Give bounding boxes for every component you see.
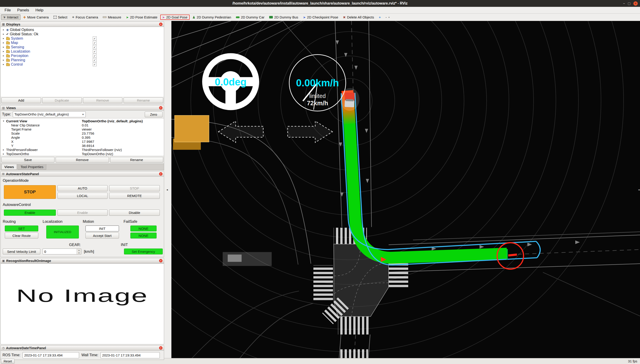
zero-button[interactable]: Zero bbox=[145, 112, 163, 117]
tool-2d-pose-estimate[interactable]: ➤ 2D Pose Estimate bbox=[124, 14, 160, 20]
collapse-right-icon[interactable]: ◂ bbox=[638, 188, 639, 191]
menu-help[interactable]: Help bbox=[32, 7, 47, 13]
tool-select[interactable]: Select bbox=[52, 14, 70, 20]
expander-icon[interactable]: ▸ bbox=[2, 28, 5, 31]
enable-disabled-button[interactable]: Enable bbox=[58, 210, 108, 216]
tab-tool-properties[interactable]: Tool Properties bbox=[18, 164, 46, 170]
display-row-localization[interactable]: ▸ Localization ✓ bbox=[1, 49, 164, 54]
recognition-close-icon[interactable]: ✕ bbox=[159, 259, 163, 262]
visibility-checkbox[interactable]: ✓ bbox=[93, 58, 97, 62]
rename-display-button[interactable]: Rename bbox=[124, 98, 163, 103]
ros-time-field[interactable] bbox=[23, 352, 79, 358]
tool-interact[interactable]: ➤ Interact bbox=[1, 14, 21, 20]
recognition-panel-titlebar[interactable]: ▣ RecognitionResultOnImage ✕ bbox=[1, 258, 164, 263]
visibility-checkbox[interactable]: ✓ bbox=[93, 62, 97, 66]
datetime-close-icon[interactable]: ✕ bbox=[159, 346, 163, 350]
expander-icon[interactable]: ▸ bbox=[2, 50, 5, 53]
stop-button[interactable]: STOP bbox=[4, 185, 56, 199]
accept-start-button[interactable]: Accept Start bbox=[86, 232, 119, 238]
velocity-limit-input[interactable] bbox=[43, 249, 77, 254]
display-row-system[interactable]: ▸ System ✓ bbox=[1, 36, 164, 40]
tool-2d-checkpoint-pose[interactable]: ➤ 2D Checkpoint Pose bbox=[301, 14, 340, 20]
views-close-icon[interactable]: ✕ bbox=[159, 106, 163, 110]
expander-icon[interactable]: ▸ bbox=[2, 37, 5, 40]
display-row-map[interactable]: ▸ Map ✓ bbox=[1, 40, 164, 45]
tool-2d-dummy-pedestrian[interactable]: ♟ 2D Dummy Pedestrian bbox=[190, 14, 233, 20]
add-tool-button[interactable]: + bbox=[377, 14, 383, 20]
state-panel-titlebar[interactable]: ⊞ AutowareStatePanel ✕ bbox=[1, 172, 164, 176]
menu-file[interactable]: File bbox=[1, 7, 14, 13]
tool-2d-goal-pose[interactable]: ➤ 2D Goal Pose bbox=[160, 14, 190, 20]
tab-views[interactable]: Views bbox=[1, 164, 17, 170]
velocity-limit-spinner[interactable]: ▴ ▾ bbox=[43, 248, 81, 254]
view-row-current[interactable]: ▾Current View TopDownOrtho (rviz_default… bbox=[1, 119, 164, 123]
add-display-button[interactable]: Add bbox=[1, 98, 41, 103]
clear-route-button[interactable]: Clear Route bbox=[5, 232, 38, 238]
remote-button[interactable]: REMOTE bbox=[109, 193, 160, 199]
tool-2d-dummy-bus[interactable]: 2D Dummy Bus bbox=[267, 14, 300, 20]
save-view-button[interactable]: Save bbox=[1, 157, 55, 163]
view-property-row[interactable]: Near Clip Distance 0.01 bbox=[1, 123, 164, 127]
view-row-thirdperson[interactable]: ▸ThirdPersonFollower ThirdPersonFollower… bbox=[1, 148, 164, 152]
expander-icon[interactable]: ▸ bbox=[2, 63, 5, 66]
rename-view-button[interactable]: Rename bbox=[110, 157, 163, 163]
enable-button[interactable]: Enable bbox=[4, 210, 56, 216]
view-row-topdownortho[interactable]: ▸TopDownOrtho TopDownOrtho (rviz) bbox=[1, 152, 164, 156]
display-row-perception[interactable]: ▸ Perception ✓ bbox=[1, 54, 164, 58]
visibility-checkbox[interactable]: ✓ bbox=[93, 45, 97, 49]
view-property-row[interactable]: Target Frame viewer bbox=[1, 127, 164, 131]
wall-time-field[interactable] bbox=[101, 352, 160, 358]
visibility-checkbox[interactable]: ✓ bbox=[93, 36, 97, 40]
expander-icon[interactable]: ▾ bbox=[2, 120, 5, 122]
local-button[interactable]: LOCAL bbox=[58, 193, 108, 199]
visibility-checkbox[interactable]: ✓ bbox=[93, 41, 97, 45]
tool-focus-camera[interactable]: ⌖ Focus Camera bbox=[70, 14, 100, 20]
display-row-global-status[interactable]: ▸ ✔ Global Status: Ok bbox=[1, 32, 164, 36]
tool-delete-all-objects[interactable]: ✖ Delete All Objects bbox=[341, 14, 376, 20]
panel-splitter[interactable]: ◂ bbox=[165, 21, 171, 358]
duplicate-display-button[interactable]: Duplicate bbox=[42, 98, 82, 103]
displays-panel-titlebar[interactable]: ▦ Displays ✕ bbox=[1, 22, 164, 27]
visibility-checkbox[interactable]: ✓ bbox=[93, 50, 97, 53]
view-property-row[interactable]: Scale 23.7756 bbox=[1, 131, 164, 135]
spin-down-icon[interactable]: ▾ bbox=[77, 252, 81, 254]
state-panel-close-icon[interactable]: ✕ bbox=[159, 172, 163, 176]
displays-close-icon[interactable]: ✕ bbox=[159, 22, 163, 26]
view-property-row[interactable]: Angle 0.395 bbox=[1, 135, 164, 140]
tool-move-camera[interactable]: ✚ Move Camera bbox=[21, 14, 51, 20]
remove-display-button[interactable]: Remove bbox=[83, 98, 123, 103]
close-button[interactable]: ✕ bbox=[633, 1, 638, 6]
views-panel-titlebar[interactable]: ▥ Views ✕ bbox=[1, 106, 164, 110]
visibility-checkbox[interactable]: ✓ bbox=[93, 54, 97, 58]
display-row-global-options[interactable]: ▸ ◉ Global Options bbox=[1, 28, 164, 32]
display-row-sensing[interactable]: ▸ Sensing ✓ bbox=[1, 45, 164, 49]
stop-disabled-button[interactable]: STOP bbox=[109, 185, 160, 191]
tool-measure[interactable]: Measure bbox=[101, 14, 123, 20]
maximize-button[interactable]: ▢ bbox=[628, 2, 631, 5]
expander-icon[interactable]: ▸ bbox=[2, 148, 5, 151]
set-emergency-button[interactable]: Set Emergency bbox=[124, 248, 163, 254]
expander-icon[interactable]: ▸ bbox=[2, 58, 5, 62]
minimize-button[interactable]: – bbox=[623, 2, 625, 5]
display-row-planning[interactable]: ▸ Planning ✓ bbox=[1, 58, 164, 62]
expander-icon[interactable]: ▸ bbox=[2, 32, 5, 36]
datetime-panel-titlebar[interactable]: ◷ AutowareDateTimePanel ✕ bbox=[1, 346, 164, 350]
disable-button[interactable]: Disable bbox=[109, 210, 160, 216]
tool-2d-dummy-car[interactable]: 2D Dummy Car bbox=[234, 14, 266, 20]
view-property-row[interactable]: X 17.9987 bbox=[1, 140, 164, 144]
remove-tool-button[interactable]: - ▾ bbox=[384, 15, 392, 20]
auto-button[interactable]: AUTO bbox=[58, 185, 108, 191]
display-row-control[interactable]: ▸ Control ✓ bbox=[1, 62, 164, 66]
expander-icon[interactable]: ▸ bbox=[2, 152, 5, 155]
expander-icon[interactable]: ▸ bbox=[2, 41, 5, 44]
expander-icon[interactable]: ▸ bbox=[2, 46, 5, 48]
reset-button[interactable]: Reset bbox=[1, 359, 15, 364]
spinner-arrows[interactable]: ▴ ▾ bbox=[77, 249, 81, 254]
spin-up-icon[interactable]: ▴ bbox=[77, 249, 81, 252]
send-velocity-limit-button[interactable]: Send Velocity Limit bbox=[3, 248, 40, 254]
3d-view[interactable]: 0.0deg 0.00km/h limited 72km/h ◂ bbox=[171, 21, 640, 358]
menu-panels[interactable]: Panels bbox=[14, 7, 32, 13]
collapse-left-icon[interactable]: ◂ bbox=[166, 188, 168, 191]
expander-icon[interactable]: ▸ bbox=[2, 54, 5, 57]
view-property-row[interactable]: Y 38.6914 bbox=[1, 144, 164, 148]
